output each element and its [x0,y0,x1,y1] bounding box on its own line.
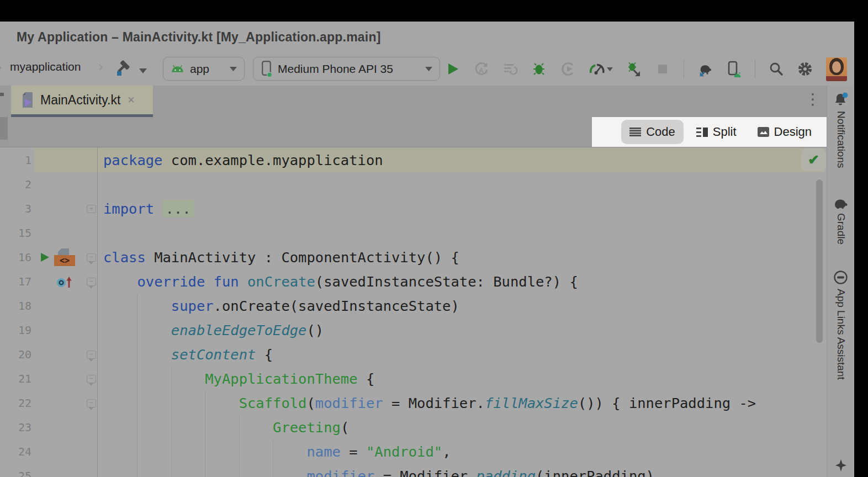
scrollbar-thumb[interactable] [816,179,823,343]
code-line-22[interactable]: Scaffold(modifier = Modifier.fillMaxSize… [103,391,756,415]
profile-button[interactable] [560,61,575,77]
build-button[interactable] [113,60,133,78]
compose-gutter-icon[interactable]: <> [54,248,75,266]
fold-expand-marker[interactable]: + [87,205,96,213]
breadcrumb-module[interactable]: myapplication [10,60,81,73]
override-gutter-icon[interactable] [56,275,73,288]
kebab-menu-icon[interactable]: ⋮ [805,90,821,108]
toolwindow-app-links-assistant[interactable]: App Links Assistant [833,270,848,380]
code-line-23[interactable]: Greeting( [103,415,756,439]
line-number: 15 [8,221,31,245]
code-token: name [306,443,340,460]
code-line-19[interactable]: enableEdgeToEdge() [103,318,756,342]
device-selector[interactable]: Medium Phone API 35 [253,57,440,81]
gutter-divider [97,147,98,477]
tab-mainactivity[interactable]: MainActivity.kt ✕ [11,86,153,114]
indent-guide [205,391,205,477]
run-gutter-icon[interactable] [39,252,50,263]
apply-changes-restart-button[interactable]: A [474,61,489,77]
code-line-2[interactable] [103,172,756,197]
code-token: Greeting [273,419,341,436]
code-token: = Modifier. [383,395,485,411]
stop-button[interactable] [655,61,670,77]
chevron-down-icon [425,67,432,71]
sync-gradle-button[interactable] [697,61,713,77]
code-line-16[interactable]: class MainActivity : ComponentActivity()… [103,245,756,269]
code-token: (innerPadding) [536,468,654,477]
line-number: 23 [8,415,31,439]
run-button[interactable] [445,61,461,77]
code-token: , [442,443,451,460]
code-token: (savedInstanceState: Bundle?) { [315,273,578,290]
toolwindow-label: App Links Assistant [835,289,847,380]
gutter-row: 25 [8,464,97,477]
code-line-24[interactable]: name = "Android", [103,439,756,464]
code-token [103,419,273,436]
chevron-right-icon: › [0,58,2,76]
code-line-20[interactable]: setContent { [103,342,756,367]
search-icon [769,61,784,77]
code-token: import [103,200,162,217]
code-editor[interactable]: 123+1516<>−17−181920−21−22−232425 packag… [0,147,827,477]
line-number: 19 [8,318,31,342]
fold-collapse-marker[interactable]: − [87,253,96,262]
code-token: super [171,298,214,314]
editor-header-band: Code Split Design [0,117,827,147]
code-token: enableEdgeToEdge [171,322,307,338]
toolwindow-gradle[interactable]: Gradle [832,196,849,245]
right-tool-stripe: Notifications Gradle App Links Assistant [827,86,854,477]
gemini-assistant-button[interactable] [834,458,848,473]
compose-preview-icon: <> [54,255,75,266]
device-manager-icon [726,61,742,78]
settings-button[interactable] [797,61,813,77]
debug-button[interactable] [531,61,547,77]
gutter-row: 2 [8,172,97,197]
code-line-1[interactable]: package com.example.myapplication [103,148,756,172]
code-line-25[interactable]: modifier = Modifier.padding(innerPadding… [103,464,756,477]
fold-collapse-marker[interactable]: − [87,399,96,407]
line-number: 18 [8,294,31,318]
gutter-row: 15 [8,221,97,245]
profiler-button[interactable] [589,61,613,77]
close-tab-icon[interactable]: ✕ [127,94,135,106]
profile-avatar[interactable] [826,57,847,81]
code-token [103,370,205,387]
code-line-18[interactable]: super.onCreate(savedInstanceState) [103,294,756,318]
stripe-dash-icon [0,93,4,96]
fold-collapse-marker[interactable]: − [87,375,96,383]
code-line-3[interactable]: import ... [103,197,756,221]
search-everywhere-button[interactable] [769,61,784,77]
fold-collapse-marker[interactable]: − [87,278,96,286]
attach-debugger-button[interactable] [626,61,642,77]
line-number: 21 [8,367,31,391]
split-view-button[interactable]: Split [688,120,745,144]
module-selector[interactable]: app [163,57,245,81]
code-token: fillMaxSize [485,395,578,411]
code-token: Scaffold [239,395,307,411]
line-number: 3 [8,197,31,221]
code-token: modifier [315,395,383,411]
code-view-button[interactable]: Code [621,120,684,144]
no-problems-check-icon: ✔ [808,152,819,168]
device-manager-button[interactable] [726,61,742,77]
code-token: = Modifier. [374,468,476,477]
apply-code-changes-button[interactable] [502,61,518,77]
fold-collapse-marker[interactable]: − [87,351,96,359]
code-line-17[interactable]: override fun onCreate(savedInstanceState… [103,269,756,294]
chevron-down-icon[interactable] [139,66,147,76]
design-view-button[interactable]: Design [749,120,820,144]
inspections-widget[interactable]: ✔ [801,149,826,171]
code-token: () [306,322,324,338]
line-number: 2 [8,172,31,197]
code-token: MyApplicationTheme [205,370,357,387]
line-number: 20 [8,342,31,367]
code-line-15[interactable] [103,221,756,245]
toolwindow-notifications[interactable]: Notifications [833,92,849,168]
code-area[interactable]: package com.example.myapplicationimport … [103,148,756,477]
folded-imports-chip[interactable]: ... [162,200,193,218]
line-number: 25 [8,464,31,477]
avatar-body [826,76,847,81]
tab-label: MainActivity.kt [40,93,120,108]
split-view-icon [696,128,708,137]
code-line-21[interactable]: MyApplicationTheme { [103,367,756,391]
